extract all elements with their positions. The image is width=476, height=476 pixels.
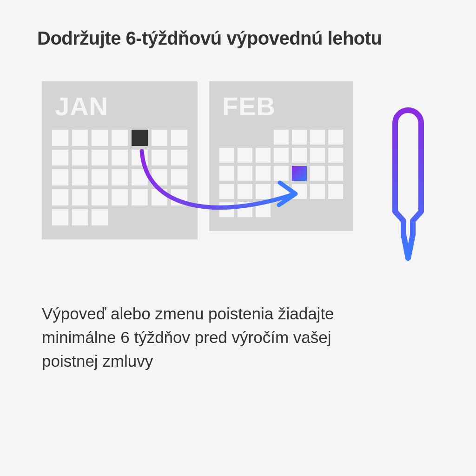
calendar-day-empty bbox=[219, 130, 234, 145]
calendar-day-empty bbox=[310, 202, 325, 217]
calendar-day bbox=[112, 189, 128, 205]
calendar-day bbox=[132, 150, 148, 166]
calendar-day-empty bbox=[112, 209, 128, 225]
calendar-day bbox=[72, 189, 88, 205]
calendar-day bbox=[112, 130, 128, 146]
calendar-day bbox=[256, 202, 271, 217]
calendar-day bbox=[310, 148, 325, 163]
calendar-day bbox=[132, 189, 148, 205]
calendar-day bbox=[274, 130, 289, 145]
calendar-day bbox=[112, 150, 128, 166]
calendar-day bbox=[328, 130, 343, 145]
month-label-february: FEB bbox=[222, 93, 343, 119]
calendar-day bbox=[238, 148, 252, 163]
info-card: Dodržujte 6-týždňovú výpovednú lehotu JA… bbox=[0, 0, 476, 476]
calendar-january: JAN bbox=[42, 81, 198, 239]
calendar-day bbox=[292, 148, 307, 163]
calendar-grid-january bbox=[52, 130, 187, 225]
calendar-day-empty bbox=[171, 209, 187, 225]
calendar-day-empty bbox=[274, 202, 289, 217]
calendar-day-empty bbox=[152, 209, 168, 225]
calendar-day bbox=[310, 130, 325, 145]
calendar-day bbox=[152, 130, 168, 146]
calendar-day bbox=[238, 202, 252, 217]
calendar-day-start bbox=[132, 130, 148, 146]
calendar-day bbox=[112, 169, 128, 185]
calendar-day bbox=[256, 184, 271, 199]
calendar-day bbox=[310, 166, 325, 181]
calendar-day bbox=[328, 166, 343, 181]
calendar-day bbox=[328, 184, 343, 199]
calendar-day bbox=[256, 166, 271, 181]
calendar-day-empty bbox=[328, 202, 343, 217]
calendar-day-empty bbox=[132, 209, 148, 225]
pen-icon bbox=[381, 95, 437, 267]
calendar-day bbox=[171, 130, 187, 146]
calendar-day bbox=[52, 189, 68, 205]
calendar-day bbox=[292, 130, 307, 145]
calendar-day bbox=[92, 169, 108, 185]
calendar-day bbox=[292, 184, 307, 199]
calendar-day bbox=[171, 169, 187, 185]
calendar-day bbox=[274, 184, 289, 199]
calendar-day bbox=[310, 184, 325, 199]
illustration-stage: JAN bbox=[42, 81, 446, 277]
calendar-day bbox=[72, 130, 88, 146]
calendar-day bbox=[256, 148, 271, 163]
calendar-day bbox=[171, 150, 187, 166]
calendar-day bbox=[72, 150, 88, 166]
calendar-day bbox=[92, 209, 108, 225]
calendar-day bbox=[152, 150, 168, 166]
calendar-day bbox=[219, 148, 234, 163]
calendar-day-empty bbox=[292, 202, 307, 217]
calendar-day bbox=[219, 184, 234, 199]
calendar-day bbox=[171, 189, 187, 205]
calendar-day bbox=[92, 189, 108, 205]
calendar-day bbox=[238, 166, 252, 181]
calendar-day bbox=[92, 150, 108, 166]
calendar-day bbox=[274, 166, 289, 181]
calendar-day bbox=[52, 130, 68, 146]
calendar-day bbox=[238, 184, 252, 199]
calendar-day bbox=[219, 202, 234, 217]
calendar-day bbox=[52, 169, 68, 185]
calendar-day bbox=[152, 169, 168, 185]
month-label-january: JAN bbox=[55, 93, 187, 119]
calendar-day bbox=[274, 148, 289, 163]
calendar-day bbox=[328, 148, 343, 163]
calendar-day bbox=[132, 169, 148, 185]
calendar-day bbox=[52, 209, 68, 225]
calendar-february: FEB bbox=[209, 81, 353, 231]
body-text: Výpoveď alebo zmenu poistenia žiadajte m… bbox=[42, 302, 367, 373]
heading: Dodržujte 6-týždňovú výpovednú lehotu bbox=[37, 28, 439, 49]
calendar-day-end bbox=[292, 166, 307, 181]
calendar-day bbox=[72, 209, 88, 225]
calendar-day bbox=[52, 150, 68, 166]
calendar-day bbox=[72, 169, 88, 185]
calendar-day-empty bbox=[256, 130, 271, 145]
calendar-day bbox=[92, 130, 108, 146]
calendar-grid-february bbox=[219, 130, 343, 217]
calendar-day-empty bbox=[238, 130, 252, 145]
calendar-day bbox=[219, 166, 234, 181]
calendar-day bbox=[152, 189, 168, 205]
